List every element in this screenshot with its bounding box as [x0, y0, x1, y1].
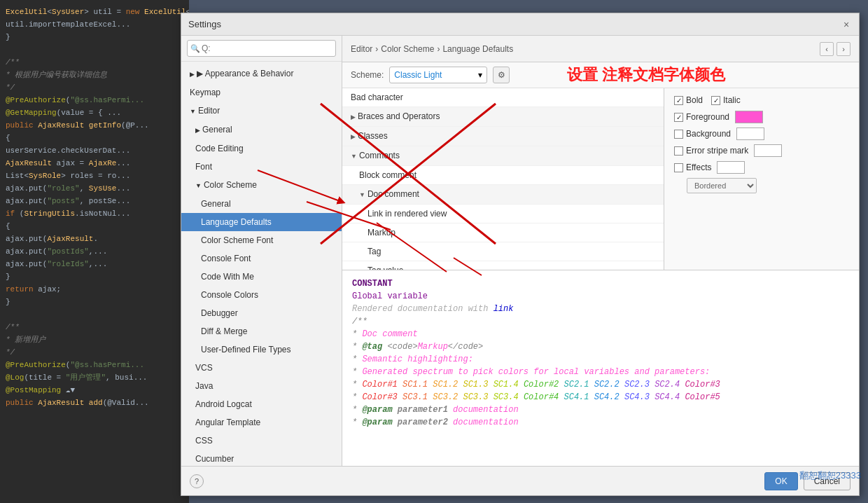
tree-item-css[interactable]: CSS [181, 432, 342, 450]
tree-item-language-defaults[interactable]: Language Defaults [181, 213, 342, 231]
tree-item-code-with-me[interactable]: Code With Me [181, 268, 342, 286]
main-content: Bad character ▶Braces and Operators ▶Cla… [342, 88, 859, 270]
preview-param2: * @param parameter2 documentation [352, 416, 849, 429]
error-stripe-row: Error stripe mark [674, 144, 849, 157]
bold-label: Bold [686, 95, 703, 105]
background-checkbox-label[interactable]: Background [674, 129, 731, 139]
dialog-body: 🔍 ▶▶ Appearance & Behavior Keymap ▼Edito… [181, 36, 859, 466]
preview-spectrum: * Generated spectrum to pick colors for … [352, 366, 849, 378]
breadcrumb-sep1: › [375, 44, 378, 54]
tree-item-keymap[interactable]: Keymap [181, 83, 342, 102]
breadcrumb-editor: Editor [351, 44, 372, 54]
preview-rendered: Rendered documentation with link [352, 303, 849, 315]
color-item-block-comment[interactable]: Block comment [342, 166, 664, 185]
preview-semantic: * Semantic highlighting: [352, 353, 849, 366]
color-item-bad-char[interactable]: Bad character [342, 88, 664, 107]
italic-checkbox-label[interactable]: Italic [711, 95, 741, 105]
foreground-label: Foreground [686, 112, 729, 122]
forward-button[interactable]: › [836, 42, 850, 56]
preview-global: Global variable [352, 290, 849, 303]
tree-item-diff-merge[interactable]: Diff & Merge [181, 322, 342, 340]
watermark-id: 翻恕23333 [818, 470, 861, 481]
color-list: Bad character ▶Braces and Operators ▶Cla… [342, 88, 664, 270]
error-stripe-label: Error stripe mark [686, 146, 748, 156]
color-item-markup[interactable]: Markup [342, 223, 664, 242]
color-item-braces[interactable]: ▶Braces and Operators [342, 107, 664, 127]
foreground-checkbox-label[interactable]: Foreground [674, 112, 729, 122]
tree-item-appearance[interactable]: ▶▶ Appearance & Behavior [181, 64, 342, 83]
breadcrumb-color-scheme: Color Scheme [381, 44, 434, 54]
italic-label: Italic [723, 95, 741, 105]
tree-item-vcs[interactable]: VCS [181, 359, 342, 377]
preview-area: CONSTANT Global variable Rendered docume… [342, 270, 859, 466]
error-stripe-color-swatch[interactable] [754, 144, 782, 157]
breadcrumb-sep2: › [437, 44, 440, 54]
tree-item-android-logcat[interactable]: Android Logcat [181, 395, 342, 413]
search-input[interactable] [187, 40, 336, 57]
gear-icon: ⚙ [498, 70, 505, 80]
tree-item-debugger[interactable]: Debugger [181, 304, 342, 322]
dialog-titlebar: Settings × [181, 13, 859, 36]
tree-item-console-colors[interactable]: Console Colors [181, 286, 342, 304]
color-item-tag[interactable]: Tag [342, 242, 664, 261]
breadcrumb-language-defaults: Language Defaults [442, 44, 513, 54]
annotation-text: 设置 注释文档字体颜色 [567, 64, 725, 85]
background-color-swatch[interactable] [736, 128, 764, 140]
tree-item-color-scheme[interactable]: ▼Color Scheme [181, 176, 342, 195]
scheme-label: Scheme: [351, 70, 384, 80]
tree-item-cs-font[interactable]: Color Scheme Font [181, 231, 342, 249]
tree-item-code-editing[interactable]: Code Editing [181, 139, 342, 158]
foreground-checkbox[interactable] [674, 113, 683, 122]
back-button[interactable]: ‹ [820, 42, 834, 56]
effects-checkbox[interactable] [674, 163, 683, 172]
tree-item-java[interactable]: Java [181, 377, 342, 395]
code-background: ExcelUtil<SysUser> util = new ExcelUtil<… [0, 0, 189, 503]
breadcrumb: Editor › Color Scheme › Language Default… [351, 44, 513, 54]
bordered-select[interactable]: Bordered [687, 178, 757, 193]
tree-item-console-font[interactable]: Console Font [181, 249, 342, 268]
background-row: Background [674, 128, 849, 140]
error-stripe-checkbox[interactable] [674, 146, 683, 156]
error-stripe-checkbox-label[interactable]: Error stripe mark [674, 146, 748, 156]
background-checkbox[interactable] [674, 130, 683, 139]
color-item-link-rendered[interactable]: Link in rendered view [342, 205, 664, 223]
italic-checkbox[interactable] [711, 96, 720, 105]
chevron-down-icon: ▾ [478, 70, 482, 80]
search-icon: 🔍 [190, 44, 200, 53]
scheme-value: Classic Light [394, 70, 442, 80]
effects-checkbox-label[interactable]: Effects [674, 163, 711, 172]
help-button[interactable]: ? [190, 474, 204, 488]
tree-item-font[interactable]: Font [181, 158, 342, 176]
color-item-classes[interactable]: ▶Classes [342, 127, 664, 146]
search-wrap: 🔍 [187, 40, 336, 57]
scheme-select[interactable]: Classic Light ▾ [389, 67, 487, 83]
color-item-doc-comment[interactable]: ▼Doc comment [342, 185, 664, 205]
preview-doc-start: /** [352, 315, 849, 328]
nav-arrows: ‹ › [820, 42, 850, 56]
watermark-text: 翻恕 [799, 470, 818, 481]
bold-checkbox-label[interactable]: Bold [674, 95, 703, 105]
color-item-comments[interactable]: ▼Comments [342, 146, 664, 166]
bold-italic-row: Bold Italic [674, 95, 849, 105]
tree-item-angular[interactable]: Angular Template [181, 413, 342, 432]
tree-item-cs-general[interactable]: General [181, 195, 342, 213]
preview-colors1: * Color#1 SC1.1 SC1.2 SC1.3 SC1.4 Color#… [352, 378, 849, 391]
watermark: 翻恕翻恕23333 [799, 469, 861, 482]
tree-item-user-defined[interactable]: User-Defined File Types [181, 340, 342, 359]
tree-item-general[interactable]: ▶General [181, 120, 342, 139]
ok-button[interactable]: OK [764, 472, 797, 490]
scheme-gear-button[interactable]: ⚙ [493, 67, 510, 83]
right-panel: Editor › Color Scheme › Language Default… [342, 36, 859, 466]
dialog-title: Settings [188, 19, 221, 29]
bold-checkbox[interactable] [674, 96, 683, 105]
preview-doc-comment: * Doc comment [352, 328, 849, 340]
foreground-color-swatch[interactable] [735, 111, 763, 123]
color-item-tag-value[interactable]: Tag value [342, 261, 664, 270]
effects-color-swatch[interactable] [717, 161, 745, 174]
nav-tree: ▶▶ Appearance & Behavior Keymap ▼Editor … [181, 62, 342, 466]
tree-item-cucumber[interactable]: Cucumber [181, 450, 342, 466]
tree-item-editor[interactable]: ▼Editor [181, 102, 342, 120]
settings-dialog: Settings × 🔍 ▶▶ Appearance & Behavior Ke… [181, 13, 860, 496]
close-button[interactable]: × [841, 19, 852, 30]
preview-constant: CONSTANT [352, 277, 849, 290]
